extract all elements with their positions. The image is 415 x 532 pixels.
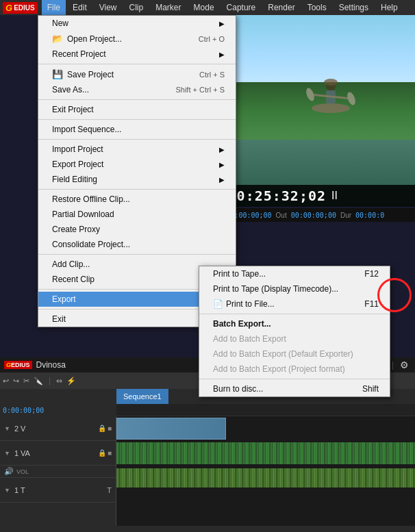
settings-icon[interactable]: ⚙ (398, 359, 411, 371)
menu-item-mode[interactable]: Mode (188, 0, 220, 15)
field-editing-arrow-icon: ▶ (219, 176, 225, 183)
preview-area: cd 00:25:32;02 II (212, 15, 415, 207)
menu-item-view[interactable]: View (94, 0, 123, 15)
submenu-add-batch-project: Add to Batch Export (Project format) (199, 362, 390, 377)
track-1va-arrow-icon: ▼ (4, 450, 10, 457)
menu-import-project[interactable]: Import Project ▶ (38, 142, 236, 157)
track-2v-arrow-icon: ▼ (4, 425, 10, 432)
export-project-arrow-icon: ▶ (219, 161, 225, 168)
open-icon: 📂 (52, 34, 63, 44)
menu-partial-download[interactable]: Partial Download (38, 207, 236, 222)
menu-save-as[interactable]: Save As... Shift + Ctrl + S (38, 82, 236, 97)
print-file-shortcut: F11 (364, 299, 379, 309)
submenu-separator-2 (199, 379, 390, 379)
submenu-burn-disc-label: Burn to disc... (213, 384, 263, 394)
menu-consolidate[interactable]: Consolidate Project... (38, 237, 236, 252)
track-label-2v: ▼ 2 V 🔒 ■ (0, 416, 116, 441)
razor-icon[interactable]: 🔪 (34, 377, 43, 385)
menu-add-clip-label: Add Clip... (52, 259, 90, 269)
submenu-print-tape-tc[interactable]: Print to Tape (Display Timecode)... (199, 281, 390, 296)
edius-logo-label: EDIUS (11, 362, 30, 368)
track-1va-mute-icon[interactable]: ■ (108, 449, 112, 457)
menu-item-clip[interactable]: Clip (124, 0, 149, 15)
toolbar-sep: | (49, 376, 51, 385)
print-tape-shortcut: F12 (364, 269, 379, 279)
track-1va-controls: 🔒 ■ (98, 449, 112, 457)
menu-exit-label: Exit (52, 314, 66, 324)
menu-exit-project[interactable]: Exit Project (38, 102, 236, 117)
menu-new[interactable]: New ▶ (38, 16, 236, 31)
pause-icon: II (331, 190, 338, 202)
track-2v-enable-icon[interactable]: ■ (108, 425, 112, 432)
menu-recent-project[interactable]: Recent Project ▶ (38, 47, 236, 62)
menu-item-edit[interactable]: Edit (67, 0, 92, 15)
submenu-batch-export[interactable]: Batch Export... (199, 316, 390, 331)
separator-4 (38, 139, 236, 140)
sync-icon[interactable]: ⚡ (66, 377, 76, 385)
track-2v-lock-icon[interactable]: 🔒 (98, 425, 106, 432)
menu-open-project-label: Open Project... (67, 34, 122, 44)
dur-value: 00:00:0 (355, 212, 384, 219)
track-label-1t: ▼ 1 T T (0, 478, 116, 503)
menu-item-marker[interactable]: Marker (150, 0, 186, 15)
track-2v-name: 2 V (14, 425, 26, 433)
menu-item-help[interactable]: Help (375, 0, 403, 15)
submenu-separator-1 (199, 314, 390, 314)
ruler-ticks (116, 404, 415, 416)
menu-export-project[interactable]: Export Project ▶ (38, 157, 236, 172)
recent-project-arrow-icon: ▶ (219, 51, 225, 58)
menu-save-project[interactable]: 💾 Save Project Ctrl + S (38, 66, 236, 82)
menu-item-settings[interactable]: Settings (334, 0, 374, 15)
project-name: Dvinosa (36, 360, 66, 370)
video-frame: cd 00:25:32;02 II (212, 15, 415, 207)
video-clip[interactable] (116, 418, 226, 440)
menu-save-as-label: Save As... (52, 85, 89, 94)
menu-restore-offline[interactable]: Restore Offline Clip... (38, 192, 236, 207)
sequence-tab[interactable]: Sequence1 (116, 389, 168, 404)
menu-item-render[interactable]: Render (262, 0, 300, 15)
submenu-print-tape[interactable]: Print to Tape... F12 (199, 266, 390, 281)
menu-item-tools[interactable]: Tools (302, 0, 332, 15)
menu-item-file[interactable]: File (42, 0, 66, 15)
menu-import-project-label: Import Project (52, 144, 103, 154)
submenu-print-tape-label: Print to Tape... (213, 269, 266, 279)
svg-point-3 (312, 103, 350, 113)
track-1va-lock-icon[interactable]: 🔒 (98, 449, 106, 457)
ripple-icon[interactable]: ⇔ (56, 377, 62, 385)
track-label-1va: ▼ 1 VA 🔒 ■ (0, 441, 116, 466)
separator-1 (38, 64, 236, 64)
track-1t-name: 1 T (14, 486, 25, 494)
menu-export-label: Export (52, 294, 76, 304)
menu-field-editing[interactable]: Field Editing ▶ (38, 172, 236, 187)
menu-create-proxy[interactable]: Create Proxy (38, 222, 236, 237)
kayaker-silhouette (303, 73, 358, 127)
cut-icon[interactable]: ✂ (23, 377, 29, 385)
submenu-burn-disc[interactable]: Burn to disc... Shift (199, 381, 390, 396)
menu-partial-download-label: Partial Download (52, 210, 114, 219)
menu-import-sequence[interactable]: Import Sequence... (38, 122, 236, 137)
submenu-print-file[interactable]: 📄 Print to File... F11 (199, 296, 390, 312)
sequence-tab-label: Sequence1 (123, 392, 162, 401)
menu-create-proxy-label: Create Proxy (52, 225, 100, 234)
menu-export-project-label: Export Project (52, 160, 103, 169)
out-value: 00:00:00;00 (291, 212, 336, 219)
vol-label: VOL (16, 468, 29, 475)
timecode-bar: cd 00:25:32;02 II (212, 185, 415, 207)
svg-point-1 (324, 79, 338, 86)
submenu-add-batch-label: Add to Batch Export (213, 334, 286, 344)
track-1t-controls: T (107, 486, 112, 494)
redo-icon[interactable]: ↪ (13, 377, 19, 385)
timeline-ruler: 0:00:00;00 (0, 404, 415, 416)
menu-restore-offline-label: Restore Offline Clip... (52, 194, 130, 204)
divider-icon: | (392, 360, 394, 370)
menu-new-label: New (52, 18, 68, 28)
submenu-print-file-label: Print to File... (226, 299, 275, 309)
save-project-shortcut: Ctrl + S (199, 71, 225, 79)
timecode-display: 00:25:32;02 (228, 188, 326, 204)
track-2v-controls: 🔒 ■ (98, 425, 112, 432)
submenu-add-batch-default-label: Add to Batch Export (Default Exporter) (213, 349, 353, 359)
menu-open-project[interactable]: 📂 Open Project... Ctrl + O (38, 31, 236, 47)
submenu-add-batch-default: Add to Batch Export (Default Exporter) (199, 346, 390, 362)
undo-icon[interactable]: ↩ (3, 377, 9, 385)
menu-item-capture[interactable]: Capture (221, 0, 262, 15)
